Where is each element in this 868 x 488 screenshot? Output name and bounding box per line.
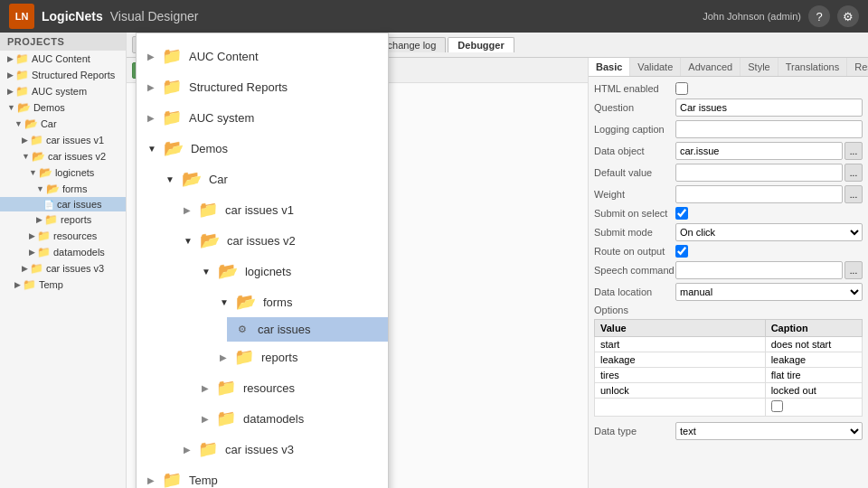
sidebar-item-auc-content[interactable]: ▶ 📁 AUC Content [0, 51, 126, 67]
data-object-browse-btn[interactable]: ... [844, 142, 863, 160]
data-type-select[interactable]: text number boolean [675, 422, 863, 440]
data-object-label: Data object [594, 145, 675, 156]
sidebar-item-datamodels[interactable]: ▶ 📁 datamodels [0, 244, 126, 260]
tab-advanced[interactable]: Advanced [681, 58, 741, 76]
table-row [595, 399, 863, 417]
sidebar-item-auc-system[interactable]: ▶ 📁 AUC system [0, 83, 126, 99]
dd-arrow-icon: ▶ [147, 113, 155, 123]
dd-folder-open-icon: 📂 [182, 169, 202, 189]
options-label-row: Options [594, 305, 863, 315]
dd-item-car[interactable]: ▼ 📂 Car [155, 164, 388, 194]
dd-item-car-issues-v3[interactable]: ▶ 📁 car issues v3 [173, 434, 388, 465]
table-row[interactable]: tires flat tire [595, 368, 863, 383]
data-location-row: Data location manual external [594, 283, 863, 301]
sidebar-item-label: Temp [39, 279, 63, 290]
route-on-output-checkbox[interactable] [675, 245, 688, 258]
dd-item-auc-content[interactable]: ▶ 📁 AUC Content [137, 41, 388, 71]
sidebar-item-structured-reports[interactable]: ▶ 📁 Structured Reports [0, 67, 126, 83]
dd-folder-open-icon: 📂 [236, 292, 256, 312]
folder-open-icon: 📂 [17, 101, 31, 114]
dd-item-datamodels[interactable]: ▶ 📁 datamodels [191, 403, 388, 434]
dd-folder-icon: 📁 [216, 408, 236, 428]
help-button[interactable]: ? [808, 5, 830, 27]
dd-folder-open-icon: 📂 [164, 138, 184, 158]
table-row[interactable]: unlock locked out [595, 383, 863, 399]
submit-mode-label: Submit mode [594, 227, 675, 238]
sidebar-item-car-issues-v1[interactable]: ▶ 📁 car issues v1 [0, 132, 126, 148]
sidebar-item-car-issues-v2[interactable]: ▼ 📂 car issues v2 [0, 148, 126, 164]
sidebar-item-demos[interactable]: ▼ 📂 Demos [0, 99, 126, 116]
default-value-browse-btn[interactable]: ... [844, 164, 863, 182]
dd-folder-icon: 📁 [162, 108, 182, 127]
table-row[interactable]: start does not start [595, 337, 863, 352]
right-content: HTML enabled Question Logging caption [589, 77, 868, 488]
tab-basic[interactable]: Basic [589, 58, 630, 76]
dd-item-resources[interactable]: ▶ 📁 resources [191, 372, 388, 403]
speech-command-browse-btn[interactable]: ... [844, 261, 863, 279]
arrow-icon: ▶ [36, 215, 42, 224]
sidebar-item-logicnets[interactable]: ▼ 📂 logicnets [0, 164, 126, 181]
dd-item-car-issues[interactable]: ⚙ car issues [227, 317, 388, 342]
tab-translations[interactable]: Translations [778, 58, 848, 76]
option-value: start [595, 337, 766, 352]
arrow-icon: ▶ [7, 54, 14, 63]
sidebar-item-car[interactable]: ▼ 📂 Car [0, 116, 126, 132]
folder-open-icon: 📂 [32, 150, 45, 163]
submit-on-select-checkbox[interactable] [675, 207, 688, 220]
table-row[interactable]: leakage leakage [595, 352, 863, 368]
dd-arrow-icon: ▶ [147, 52, 155, 61]
folder-icon: 📁 [15, 52, 29, 65]
tab-resources[interactable]: Resources [847, 58, 868, 76]
dd-arrow-icon: ▼ [147, 144, 156, 154]
dd-item-auc-system[interactable]: ▶ 📁 AUC system [137, 102, 388, 133]
logging-caption-input[interactable] [675, 120, 863, 138]
speech-command-input[interactable] [675, 261, 843, 279]
sidebar-item-label: car issues v1 [46, 135, 104, 145]
sidebar-item-car-issues-v3[interactable]: ▶ 📁 car issues v3 [0, 260, 126, 277]
sidebar-item-label: car issues v3 [46, 263, 104, 274]
options-label: Options [594, 305, 675, 315]
new-option-value-input[interactable] [600, 403, 760, 413]
folder-icon: 📁 [15, 85, 29, 98]
dd-arrow-icon: ▶ [147, 475, 155, 485]
data-location-select[interactable]: manual external [675, 283, 863, 301]
dd-item-car-issues-v2[interactable]: ▼ 📂 car issues v2 [173, 225, 388, 256]
default-value-input[interactable] [675, 164, 843, 182]
dd-item-structured-reports[interactable]: ▶ 📁 Structured Reports [137, 71, 388, 102]
weight-input[interactable] [675, 185, 843, 203]
sidebar-item-car-issues[interactable]: 📄 car issues [0, 197, 126, 211]
sidebar-item-label: Demos [33, 102, 65, 113]
settings-button[interactable]: ⚙ [837, 5, 859, 27]
dd-item-demos[interactable]: ▼ 📂 Demos [137, 133, 388, 164]
dd-arrow-icon: ▶ [184, 445, 191, 455]
dd-item-car-issues-v1[interactable]: ▶ 📁 car issues v1 [173, 194, 388, 225]
tab-debugger[interactable]: Debugger [448, 37, 514, 52]
dd-item-forms[interactable]: ▼ 📂 forms [209, 286, 388, 317]
sidebar-item-reports[interactable]: ▶ 📁 reports [0, 211, 126, 228]
app-logo: LN [9, 4, 34, 29]
dd-item-reports[interactable]: ▶ 📁 reports [209, 342, 388, 372]
dd-item-label: AUC Content [189, 50, 259, 63]
html-enabled-checkbox[interactable] [675, 82, 688, 95]
submit-mode-select[interactable]: On click On change [675, 223, 863, 241]
folder-open-icon: 📂 [24, 117, 38, 130]
dd-folder-open-icon: 📂 [200, 230, 220, 250]
data-object-input[interactable] [675, 142, 843, 160]
weight-browse-btn[interactable]: ... [844, 185, 863, 203]
dd-item-temp[interactable]: ▶ 📁 Temp [137, 465, 388, 488]
default-value-row: Default value ... [594, 164, 863, 182]
sidebar-item-resources[interactable]: ▶ 📁 resources [0, 228, 126, 244]
sidebar-item-forms[interactable]: ▼ 📂 forms [0, 181, 126, 197]
arrow-icon: ▼ [36, 184, 44, 193]
new-option-checkbox[interactable] [771, 400, 783, 412]
tab-style[interactable]: Style [741, 58, 778, 76]
tab-validate[interactable]: Validate [630, 58, 681, 76]
route-on-output-row: Route on output [594, 245, 863, 258]
right-tabs: Basic Validate Advanced Style Translatio… [589, 58, 868, 77]
dd-item-label: forms [263, 296, 293, 309]
question-input[interactable] [675, 99, 863, 117]
sidebar-item-temp[interactable]: ▶ 📁 Temp [0, 277, 126, 293]
dd-item-logicnets[interactable]: ▼ 📂 logicnets [191, 256, 388, 286]
dd-forms-sub: ⚙ car issues [209, 317, 388, 342]
options-table: Value Caption start does not start leaka… [594, 319, 863, 417]
